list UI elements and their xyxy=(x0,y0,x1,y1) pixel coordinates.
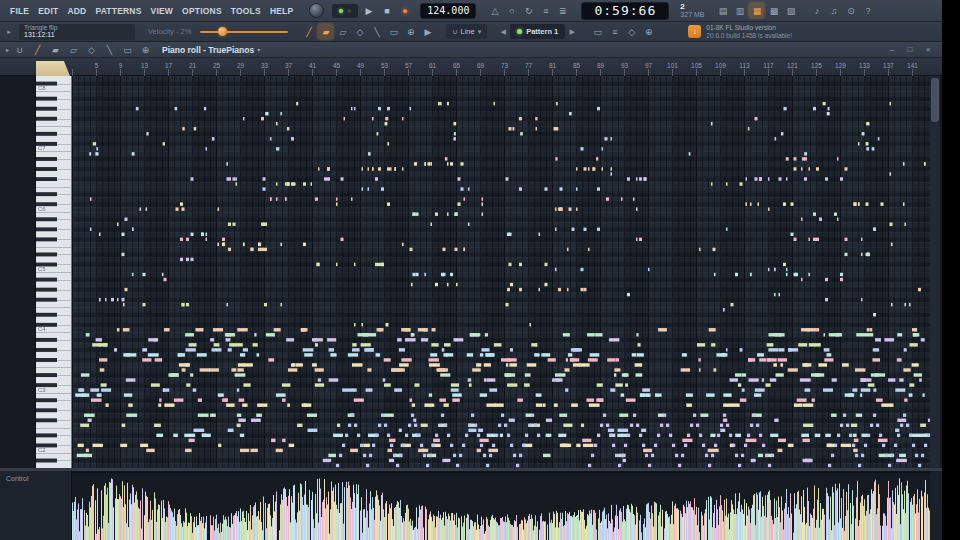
select-tool-icon[interactable]: ▭ xyxy=(386,24,401,39)
piano-roll-icon[interactable]: ▦ xyxy=(749,3,764,18)
control-lane-canvas[interactable] xyxy=(72,472,930,540)
ruler-bar-number: 5 xyxy=(95,62,99,69)
close-icon[interactable]: × xyxy=(922,44,934,56)
speaker-icon[interactable]: ♪ xyxy=(809,3,824,18)
collapse-arrow-icon[interactable]: ▸ xyxy=(4,28,14,36)
playback-tool-icon[interactable]: ▶ xyxy=(420,24,435,39)
ruler-bar-number: 125 xyxy=(811,62,822,69)
song-led xyxy=(347,9,351,13)
ghost-channels-icon[interactable]: ◇ xyxy=(624,24,639,39)
mute-tool-icon[interactable]: ◇ xyxy=(352,24,367,39)
menu-item-file[interactable]: FILE xyxy=(6,4,33,18)
pat-song-switch[interactable] xyxy=(332,4,358,18)
title-dropdown-icon[interactable]: ▾ xyxy=(257,46,260,53)
ruler-bar-number: 53 xyxy=(381,62,388,69)
menu-item-patterns[interactable]: PATTERNS xyxy=(91,4,145,18)
timeline-ruler[interactable]: 5913172125293337414549535761656973778185… xyxy=(0,58,942,76)
play-button[interactable]: ▶ xyxy=(361,3,376,19)
pat-led xyxy=(339,9,343,13)
note-grid-canvas[interactable] xyxy=(72,76,930,468)
vertical-scrollbar-thumb[interactable] xyxy=(931,78,939,122)
mic-icon[interactable]: ⊙ xyxy=(843,3,858,18)
midi-icon[interactable]: ♫ xyxy=(826,3,841,18)
ruler-bar-number: 109 xyxy=(715,62,726,69)
menu-item-help[interactable]: HELP xyxy=(266,4,297,18)
zoom-tool-icon[interactable]: ⊕ xyxy=(403,24,418,39)
window-buttons: – □ × xyxy=(886,44,934,56)
pencil-tool-icon[interactable]: ╱ xyxy=(301,24,316,39)
mixer-icon[interactable]: ▩ xyxy=(766,3,781,18)
ruler-bar-number: 81 xyxy=(549,62,556,69)
pattern-next-icon[interactable]: ▶ xyxy=(567,28,577,36)
menu-item-view[interactable]: VIEW xyxy=(147,4,178,18)
detach-panel-icon[interactable]: ⊕ xyxy=(641,24,656,39)
slider-thumb[interactable] xyxy=(218,27,227,36)
delete-tool-icon[interactable]: ▱ xyxy=(335,24,350,39)
piano-roll-title[interactable]: Piano roll - TruePianos xyxy=(162,45,254,55)
secondary-toolbar: ▸ Triangle flip 131:12:11 Velocity - 2% … xyxy=(0,22,942,42)
recording-options-group: △ ○ ↻ ≡ ≣ xyxy=(487,3,570,18)
stamp-tool-icon[interactable]: ▭ xyxy=(590,24,605,39)
ruler-track[interactable]: 5913172125293337414549535761656973778185… xyxy=(72,58,930,76)
pr-pencil-icon[interactable]: ╱ xyxy=(30,42,45,57)
snap-selector[interactable]: ∪ Line ▾ xyxy=(446,24,487,39)
hint-panel: Triangle flip 131:12:11 xyxy=(19,24,135,40)
bpm-display[interactable]: 124.000 xyxy=(420,3,476,19)
ruler-bar-number: 45 xyxy=(333,62,340,69)
ruler-bar-number: 69 xyxy=(477,62,484,69)
pr-zoom-icon[interactable]: ⊕ xyxy=(138,42,153,57)
loop-record-icon[interactable]: ↻ xyxy=(521,3,536,18)
lane-resize-handle[interactable] xyxy=(0,468,942,471)
record-button[interactable]: ● xyxy=(397,3,412,19)
ruler-bar-number: 41 xyxy=(309,62,316,69)
piano-keyboard-canvas[interactable] xyxy=(36,76,72,468)
pr-delete-icon[interactable]: ▱ xyxy=(66,42,81,57)
velocity-slider[interactable] xyxy=(200,25,288,39)
browser-icon[interactable]: ▧ xyxy=(783,3,798,18)
maximize-icon[interactable]: □ xyxy=(904,44,916,56)
ruler-bar-number: 49 xyxy=(357,62,364,69)
timeline-marker-tab[interactable] xyxy=(36,61,70,76)
menu-item-tools[interactable]: TOOLS xyxy=(227,4,265,18)
pr-slice-icon[interactable]: ╲ xyxy=(102,42,117,57)
piano-roll-menu-icon[interactable]: ▸ xyxy=(6,46,9,53)
menu-item-add[interactable]: ADD xyxy=(63,4,90,18)
help-icon[interactable]: ? xyxy=(860,3,875,18)
channel-rack-icon[interactable]: ▥ xyxy=(732,3,747,18)
master-volume-knob[interactable] xyxy=(309,3,324,18)
vertical-scrollbar[interactable] xyxy=(930,76,940,468)
metronome-icon[interactable]: △ xyxy=(487,3,502,18)
ruler-bar-number: 77 xyxy=(525,62,532,69)
pr-mute-icon[interactable]: ◇ xyxy=(84,42,99,57)
ruler-bar-number: 29 xyxy=(237,62,244,69)
desktop-edge xyxy=(942,0,960,540)
pr-select-icon[interactable]: ▭ xyxy=(120,42,135,57)
playlist-icon[interactable]: ▤ xyxy=(715,3,730,18)
step-edit-icon[interactable]: ≡ xyxy=(538,3,553,18)
pattern-prev-icon[interactable]: ◀ xyxy=(498,28,508,36)
ruler-bar-number: 37 xyxy=(285,62,292,69)
typing-keyboard-icon[interactable]: ≣ xyxy=(555,3,570,18)
control-lane-label: Control xyxy=(6,475,29,482)
control-lane: Control xyxy=(0,468,942,540)
pr-snap-icon[interactable]: ∪ xyxy=(12,42,27,57)
menu-item-options[interactable]: OPTIONS xyxy=(178,4,226,18)
update-notification[interactable]: ↓ 01-8K FL Studio version 20.6.0 build 1… xyxy=(688,24,792,40)
left-gutter xyxy=(0,76,36,468)
pr-brush-icon[interactable]: ▰ xyxy=(48,42,63,57)
wait-for-input-icon[interactable]: ○ xyxy=(504,3,519,18)
slice-tool-icon[interactable]: ╲ xyxy=(369,24,384,39)
ruler-bar-number: 97 xyxy=(645,62,652,69)
pattern-display[interactable]: Pattern 1 xyxy=(510,24,565,39)
misc-icon-group: ♪ ♫ ⊙ ? xyxy=(809,3,875,18)
quantize-tool-icon[interactable]: ≡ xyxy=(607,24,622,39)
control-lane-header[interactable]: Control xyxy=(0,471,72,540)
main-toolbar: FILEEDITADDPATTERNSVIEWOPTIONSTOOLSHELP … xyxy=(0,0,942,22)
stop-button[interactable]: ■ xyxy=(379,3,394,19)
hint-line1: Triangle flip xyxy=(24,24,130,31)
ruler-bar-number: 121 xyxy=(787,62,798,69)
menu-item-edit[interactable]: EDIT xyxy=(34,4,62,18)
minimize-icon[interactable]: – xyxy=(886,44,898,56)
brush-tool-icon[interactable]: ▰ xyxy=(318,24,333,39)
fl-studio-screen: FILEEDITADDPATTERNSVIEWOPTIONSTOOLSHELP … xyxy=(0,0,960,540)
